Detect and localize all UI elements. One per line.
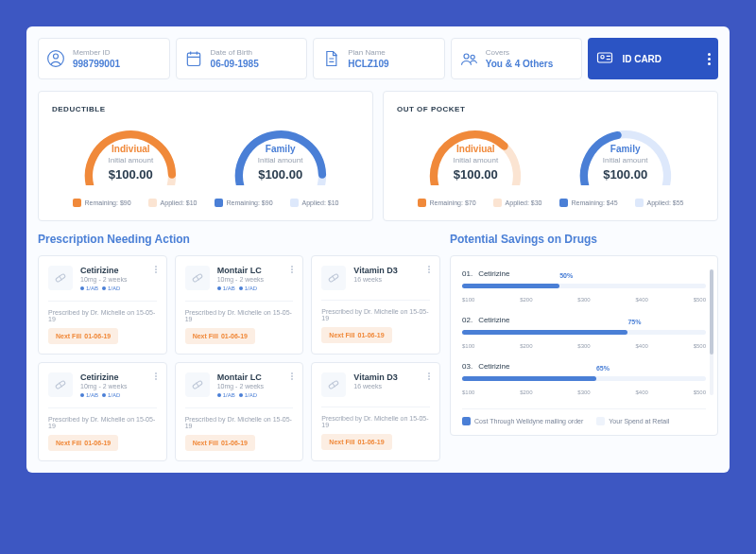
oop-legend: Remaining: $70 Applied: $30 Remaining: $… [397, 199, 704, 207]
savings-rank: 01. [462, 269, 472, 278]
rx-dose: 16 weeks [353, 383, 397, 390]
savings-card: 01.Cetirizine 50% $100$200$300$400$500 0… [450, 255, 718, 436]
svg-point-6 [601, 56, 604, 59]
more-icon[interactable] [155, 372, 157, 380]
rx-card[interactable]: Montair LC 10mg - 2 weeks 1/AB1/AD Presc… [175, 362, 304, 461]
rx-name: Cetirizine [80, 266, 127, 275]
pill-icon [48, 372, 73, 397]
svg-rect-5 [598, 53, 612, 62]
savings-drug-name: Cetirizine [478, 316, 509, 324]
deductible-legend: Remaining: $90 Applied: $10 Remaining: $… [52, 199, 359, 207]
more-icon[interactable] [428, 266, 430, 273]
savings-legend: Cost Through Welldyne mailing order Your… [462, 408, 706, 425]
savings-scrollbar-thumb[interactable] [710, 269, 713, 355]
rx-dose: 16 weeks [353, 276, 397, 283]
svg-point-4 [471, 55, 474, 59]
rx-dose: 10mg - 2 weeks [80, 276, 127, 283]
deductible-individual-dial: Indiviual Initial amount $100.00 [78, 119, 182, 182]
member-id-label: Member ID [73, 48, 120, 57]
more-icon[interactable] [291, 266, 293, 273]
svg-point-3 [464, 54, 469, 59]
rx-prescriber: Prescribed by Dr. Michelle on 15-05-19 [185, 407, 294, 429]
pill-icon [185, 266, 210, 290]
rx-card[interactable]: Vitamin D3 16 weeks Prescribed by Dr. Mi… [311, 362, 440, 461]
next-fill-button[interactable]: Next Fill01-06-19 [48, 435, 118, 451]
id-card-label: ID CARD [622, 54, 700, 64]
calendar-icon [184, 49, 203, 68]
covers-label: Covers [486, 48, 554, 57]
member-id-value: 998799001 [73, 59, 120, 69]
prescriptions-section: Prescription Needing Action Cetirizine 1… [38, 233, 440, 461]
dob-label: Date of Birth [211, 48, 259, 57]
oop-individual-dial: Indiviual Initial amount $100.00 [423, 119, 527, 182]
summary-row: Member ID998799001 Date of Birth06-09-19… [38, 38, 718, 79]
rx-prescriber: Prescribed by Dr. Michelle on 15-05-19 [48, 407, 157, 429]
person-icon [46, 49, 65, 68]
savings-axis: $100$200$300$400$500 [462, 343, 706, 349]
savings-bar: 65% [462, 374, 706, 386]
rx-tags: 1/AB1/AD [80, 392, 127, 398]
more-icon[interactable] [708, 53, 711, 65]
next-fill-button[interactable]: Next Fill01-06-19 [321, 434, 391, 450]
rx-prescriber: Prescribed by Dr. Michelle on 15-05-19 [321, 407, 430, 428]
savings-row: 01.Cetirizine 50% $100$200$300$400$500 [462, 269, 706, 303]
next-fill-button[interactable]: Next Fill01-06-19 [321, 327, 391, 343]
next-fill-button[interactable]: Next Fill01-06-19 [185, 435, 255, 451]
savings-drug-name: Cetirizine [478, 269, 509, 278]
savings-row: 03.Cetirizine 65% $100$200$300$400$500 [462, 362, 706, 395]
savings-axis: $100$200$300$400$500 [462, 297, 706, 303]
rx-dose: 10mg - 2 weeks [80, 383, 127, 390]
more-icon[interactable] [428, 372, 430, 380]
savings-rank: 03. [462, 362, 472, 371]
more-icon[interactable] [291, 372, 293, 380]
dob-card: Date of Birth06-09-1985 [176, 38, 308, 79]
savings-drug-name: Cetirizine [478, 362, 509, 371]
id-card-icon [595, 48, 614, 69]
pill-icon [321, 372, 346, 397]
covers-card: CoversYou & 4 Others [451, 38, 583, 79]
deductible-family-dial: Family Initial amount $100.00 [229, 119, 333, 182]
rx-name: Vitamin D3 [353, 372, 397, 382]
next-fill-button[interactable]: Next Fill01-06-19 [48, 328, 118, 344]
savings-rank: 02. [462, 316, 472, 324]
next-fill-button[interactable]: Next Fill01-06-19 [185, 328, 255, 344]
rx-name: Vitamin D3 [353, 266, 397, 275]
people-icon [459, 49, 478, 68]
plan-card: Plan NameHCLZ109 [313, 38, 445, 79]
savings-title: Potential Savings on Drugs [450, 233, 718, 246]
savings-bar: 50% [462, 282, 706, 293]
plan-label: Plan Name [348, 48, 388, 57]
rx-card[interactable]: Montair LC 10mg - 2 weeks 1/AB1/AD Presc… [175, 255, 304, 355]
rx-tags: 1/AB1/AD [217, 286, 264, 291]
savings-axis: $100$200$300$400$500 [462, 390, 706, 395]
oop-title: OUT OF POCKET [397, 105, 704, 113]
rx-card[interactable]: Cetirizine 10mg - 2 weeks 1/AB1/AD Presc… [38, 362, 167, 461]
more-icon[interactable] [155, 266, 157, 273]
rx-card[interactable]: Vitamin D3 16 weeks Prescribed by Dr. Mi… [311, 255, 440, 355]
rx-tags: 1/AB1/AD [217, 392, 264, 398]
savings-row: 02.Cetirizine 75% $100$200$300$400$500 [462, 316, 706, 349]
gauge-panels: DEDUCTIBLE Indiviual Initial amount $100… [38, 91, 718, 221]
id-card-button[interactable]: ID CARD [588, 38, 718, 79]
covers-value: You & 4 Others [486, 59, 554, 69]
rx-prescriber: Prescribed by Dr. Michelle on 15-05-19 [321, 300, 430, 321]
savings-bar: 75% [462, 328, 706, 339]
rx-dose: 10mg - 2 weeks [217, 383, 264, 390]
rx-name: Montair LC [217, 372, 264, 382]
member-id-card: Member ID998799001 [38, 38, 170, 79]
rx-dose: 10mg - 2 weeks [217, 276, 264, 283]
savings-pct: 65% [596, 365, 610, 372]
dob-value: 06-09-1985 [211, 59, 259, 69]
pill-icon [48, 266, 73, 290]
rx-prescriber: Prescribed by Dr. Michelle on 15-05-19 [48, 301, 157, 322]
deductible-title: DEDUCTIBLE [52, 105, 359, 113]
rx-name: Cetirizine [80, 372, 127, 382]
oop-family-dial: Family Initial amount $100.00 [574, 119, 678, 182]
pill-icon [321, 266, 346, 290]
rx-tags: 1/AB1/AD [80, 286, 127, 291]
dashboard: Member ID998799001 Date of Birth06-09-19… [26, 26, 730, 473]
rx-card[interactable]: Cetirizine 10mg - 2 weeks 1/AB1/AD Presc… [38, 255, 167, 355]
pill-icon [185, 372, 210, 397]
document-icon [321, 49, 340, 68]
prescriptions-title: Prescription Needing Action [38, 233, 440, 246]
